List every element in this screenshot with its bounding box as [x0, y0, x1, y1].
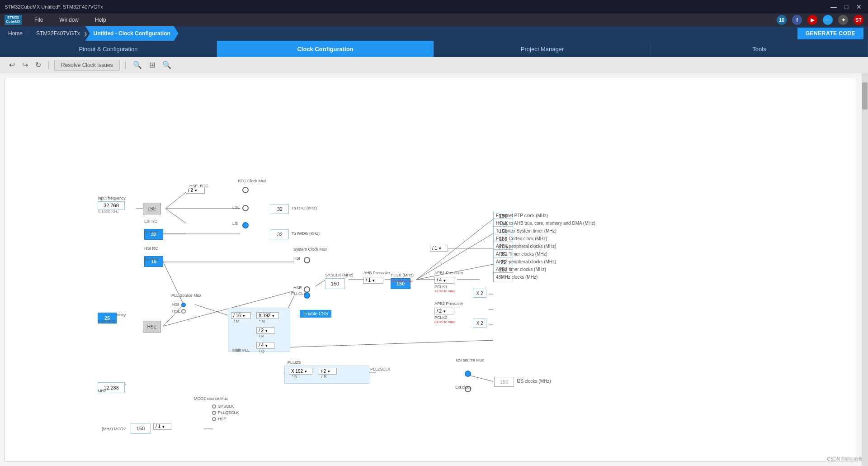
- file-menu[interactable]: File: [31, 16, 47, 24]
- apb1-label: APB1 Prescaler: [434, 271, 463, 275]
- out-apb2-label: APB2 peripheral clocks (MHz): [496, 259, 556, 264]
- p-label: / P: [259, 334, 264, 338]
- apb1-div-dropdown[interactable]: / 4: [434, 277, 454, 284]
- plli2s-r-dropdown[interactable]: / 2: [319, 368, 337, 375]
- lse-box[interactable]: LSE: [143, 203, 161, 214]
- breadcrumb-current[interactable]: Untitled - Clock Configuration: [85, 26, 179, 41]
- lse-freq-label: Input frequency: [98, 196, 126, 200]
- tab-bar: Pinout & Configuration Clock Configurati…: [0, 41, 868, 57]
- hclk-section: HCLK (MHz) 150 168 MHz max: [391, 273, 414, 282]
- i2s-pll-circle[interactable]: [465, 371, 471, 377]
- sysclk-section: SYSCLK (MHz) 150: [325, 273, 354, 278]
- mco2-div-dropdown[interactable]: / 1: [153, 423, 171, 430]
- lse-freq-input[interactable]: 32.768: [98, 201, 125, 209]
- pll-source-hse-radio[interactable]: [181, 303, 186, 307]
- div-p-dropdown[interactable]: / 2: [256, 327, 274, 334]
- ahb-prescaler-section: AHB Prescaler / 1: [363, 271, 390, 284]
- hse-box[interactable]: HSE: [143, 321, 161, 333]
- svg-line-12: [315, 280, 326, 286]
- hsi-rc-section: HSI RC 16 16 MHz: [144, 252, 158, 261]
- connector-lines: [5, 78, 857, 461]
- network-icon[interactable]: ✦: [838, 15, 848, 25]
- vertical-scrollbar[interactable]: [862, 73, 868, 466]
- lse-label: LSE: [148, 206, 156, 211]
- enable-css-button[interactable]: Enable CSS: [300, 310, 331, 318]
- tab-project[interactable]: Project Manager: [434, 41, 651, 57]
- svg-line-1: [165, 192, 186, 209]
- plli2s-n-dropdown[interactable]: X 192: [289, 368, 312, 375]
- mul-n-val: X 192: [259, 313, 270, 318]
- lsi-rc-section: LSI RC 32 32 KHz: [144, 224, 158, 233]
- div-m-dropdown[interactable]: / 16: [231, 312, 251, 319]
- lsi-khz: 32 KHz: [144, 230, 158, 234]
- help-menu[interactable]: Help: [91, 16, 110, 24]
- mco2-pll2sclk-radio[interactable]: [212, 411, 216, 415]
- iwdg-val: 32: [277, 232, 283, 237]
- resolve-clock-button[interactable]: Resolve Clock Issues: [54, 60, 120, 71]
- rtc-mux-lsi[interactable]: [242, 222, 249, 228]
- x2-apb2-box: X 2: [473, 319, 486, 328]
- window-menu[interactable]: Window: [56, 16, 82, 24]
- undo-button[interactable]: ↩: [7, 60, 17, 70]
- pclk1-max: 42 MHz max: [434, 289, 463, 293]
- apb2-div-dropdown[interactable]: / 2: [434, 308, 454, 314]
- facebook-icon[interactable]: f: [792, 15, 802, 25]
- menu-bar: STM32CubeMX File Window Help 10 f ▶ 🐦 ✦ …: [0, 14, 868, 26]
- mco2-out-label: (MHz) MCO2: [102, 427, 126, 431]
- toolbar: ↩ ↪ ↻ Resolve Clock Issues 🔍 ⊞ 🔍: [0, 57, 868, 73]
- mco2-sysclk-label: SYSCLK: [218, 404, 234, 409]
- generate-code-button[interactable]: GENERATE CODE: [797, 28, 863, 39]
- svg-line-25: [284, 340, 493, 347]
- hse-rtc-label: HSE_RTC: [189, 184, 208, 188]
- pll-source-hsi-radio[interactable]: [181, 309, 186, 314]
- mco2-sysclk-radio[interactable]: [212, 404, 216, 409]
- scrollbar-thumb[interactable]: [862, 82, 868, 109]
- sys-clk-mux-label: System Clock Mux: [293, 247, 327, 252]
- rtc-mux-hse[interactable]: [242, 187, 249, 193]
- clock-canvas[interactable]: Input frequency 32.768 0-1000 KHz LSE LS…: [0, 73, 862, 466]
- mco2-hse-radio[interactable]: [212, 417, 216, 421]
- tab-pinout[interactable]: Pinout & Configuration: [0, 41, 217, 57]
- out-apb1t-label: APB1 Timer clocks (MHz): [496, 252, 547, 257]
- ahb-label: AHB Prescaler: [363, 271, 390, 275]
- clock-diagram: Input frequency 32.768 0-1000 KHz LSE LS…: [5, 78, 857, 461]
- refresh-button[interactable]: ↻: [33, 60, 43, 70]
- tab-clock[interactable]: Clock Configuration: [217, 41, 434, 57]
- lsi-rc-label: LSI RC: [144, 219, 158, 223]
- twitter-icon[interactable]: 🐦: [823, 15, 833, 25]
- toolbar-separator: [48, 61, 49, 69]
- hse-label: HSE: [147, 324, 157, 329]
- plli2s-r-label: / R: [321, 374, 327, 379]
- pclk1-label: PCLK1: [434, 285, 463, 289]
- svg-line-8: [163, 304, 184, 326]
- rtc-mux-lse[interactable]: [242, 205, 249, 211]
- cortex-div-dropdown[interactable]: / 1: [430, 245, 448, 252]
- fit-button[interactable]: ⊞: [147, 60, 157, 70]
- main-pll-label: Main PLL: [232, 348, 250, 352]
- mco2-pll2sclk-label: PLLQSCLK: [218, 410, 239, 415]
- maximize-button[interactable]: □: [842, 3, 851, 10]
- rtc-lse-label: LSE: [232, 205, 240, 209]
- ahb-div-dropdown[interactable]: / 1: [363, 277, 383, 284]
- redo-button[interactable]: ↪: [20, 60, 30, 70]
- sysclk-hsi-circle[interactable]: [304, 257, 310, 263]
- zoom-out-button[interactable]: 🔍: [160, 60, 173, 70]
- mul-n-dropdown[interactable]: X 192: [256, 312, 279, 319]
- i2s-output-label: I2S clocks (MHz): [517, 379, 551, 384]
- close-button[interactable]: ✕: [854, 3, 863, 10]
- pclk2-max: 84 MHz max: [434, 320, 463, 324]
- zoom-in-button[interactable]: 🔍: [131, 60, 144, 70]
- div-q-dropdown[interactable]: / 4: [256, 342, 274, 349]
- iwdg-output-box: 32: [271, 229, 289, 239]
- breadcrumb-home[interactable]: Home: [5, 26, 28, 41]
- tab-tools[interactable]: Tools: [651, 41, 868, 57]
- hse-range: 4-26 MHz: [98, 319, 115, 323]
- youtube-icon[interactable]: ▶: [807, 15, 817, 25]
- rtc-output-box: 32: [271, 204, 289, 214]
- pll2sclk-label: PLL2SCLK: [370, 367, 391, 371]
- anniversary-icon: 10: [777, 15, 787, 25]
- breadcrumb-mcu[interactable]: STM32F407VGTx: [28, 26, 85, 41]
- out-fclk-label: FCLK Cortex clock (MHz): [496, 236, 547, 241]
- mco2-div-val: / 1: [156, 424, 160, 429]
- minimize-button[interactable]: —: [829, 3, 838, 10]
